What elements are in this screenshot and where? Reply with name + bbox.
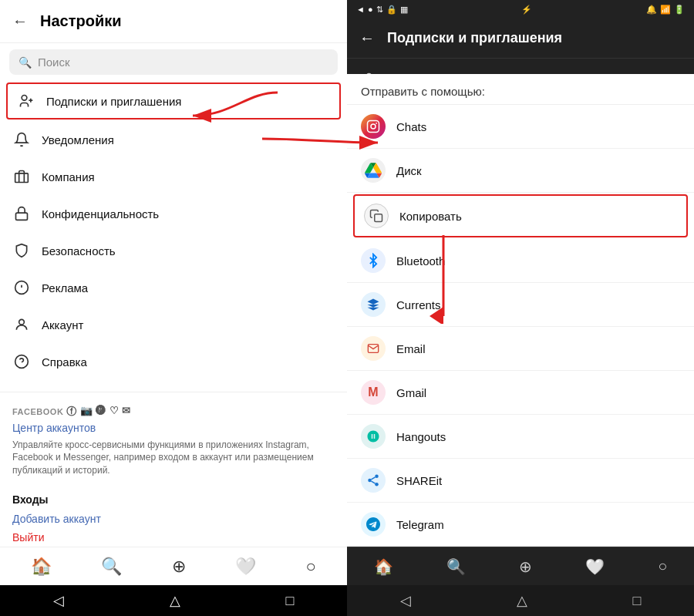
back-button[interactable]: ←	[12, 12, 28, 30]
logout-link[interactable]: Выйти	[12, 531, 335, 544]
right-nav-home[interactable]: 🏠	[374, 557, 393, 576]
drive-icon	[361, 158, 386, 183]
notifications-icon	[12, 130, 31, 149]
menu-item-info[interactable]: Информация	[0, 380, 347, 392]
right-back-button[interactable]: ←	[359, 29, 375, 47]
menu-item-company[interactable]: Компания	[0, 158, 347, 195]
right-android-recents[interactable]: □	[633, 593, 642, 609]
right-android-nav: ◁ △ □	[347, 585, 694, 616]
share-bluetooth[interactable]: Bluetooth	[347, 239, 694, 283]
chats-label: Chats	[396, 120, 426, 133]
email-icon	[361, 336, 386, 361]
account-center-link[interactable]: Центр аккаунтов	[12, 422, 335, 434]
gmail-label: Gmail	[396, 386, 426, 399]
nav-search-icon[interactable]: 🔍	[101, 557, 122, 577]
hangouts-label: Hangouts	[396, 430, 446, 443]
nav-add-icon[interactable]: ⊕	[172, 557, 186, 577]
share-email[interactable]: Email	[347, 327, 694, 371]
right-page-title: Подписки и приглашения	[387, 30, 562, 46]
android-recents[interactable]: □	[286, 593, 295, 609]
svg-point-0	[22, 96, 27, 101]
lock-icon: 🔒	[386, 5, 397, 15]
svg-rect-3	[15, 173, 29, 183]
copy-icon	[364, 204, 389, 228]
share-currents[interactable]: Currents	[347, 283, 694, 327]
svg-line-31	[371, 481, 375, 483]
share-drive[interactable]: Диск	[347, 149, 694, 193]
fb-icon-instagram: 📷	[80, 405, 93, 419]
share-sheet-header: Отправить с помощью:	[347, 74, 694, 105]
telegram-icon	[361, 512, 386, 537]
svg-rect-4	[16, 213, 28, 220]
shareit-label: SHAREit	[396, 474, 442, 487]
notifications-label: Уведомления	[42, 133, 114, 146]
svg-rect-24	[368, 121, 379, 133]
search-bar[interactable]: 🔍 Поиск	[9, 49, 338, 75]
nav-like-icon[interactable]: 🤍	[235, 557, 256, 577]
facebook-description: Управляйте кросс-сервисными функциями в …	[12, 439, 335, 477]
svg-rect-27	[375, 214, 382, 222]
menu-item-account[interactable]: Аккаунт	[0, 306, 347, 343]
menu-item-privacy[interactable]: Конфиденциальность	[0, 195, 347, 232]
company-icon	[12, 167, 31, 186]
hangouts-icon	[361, 424, 386, 449]
right-nav-add[interactable]: ⊕	[519, 557, 532, 576]
gmail-icon: M	[361, 380, 386, 405]
right-header: ← Подписки и приглашения	[347, 19, 694, 59]
subscriptions-label: Подписки и приглашения	[46, 95, 181, 108]
menu-item-subscriptions[interactable]: Подписки и приглашения	[6, 82, 341, 119]
right-android-home[interactable]: △	[517, 592, 527, 609]
email-label: Email	[396, 342, 426, 355]
grid-icon: ▦	[400, 5, 408, 15]
info-icon	[12, 389, 31, 392]
facebook-section: FACEBOOK ⓕ 📷 🅜 ♡ ✉ Центр аккаунтов Управ…	[0, 392, 347, 483]
telegram-label: Telegram	[396, 518, 444, 531]
share-hangouts[interactable]: Hangouts	[347, 415, 694, 459]
currents-label: Currents	[396, 298, 441, 311]
help-icon	[12, 352, 31, 371]
menu-item-security[interactable]: Безопасность	[0, 232, 347, 269]
right-nav-like[interactable]: 🤍	[585, 557, 605, 576]
left-bottom-nav: 🏠 🔍 ⊕ 🤍 ○	[0, 547, 347, 585]
share-shareit[interactable]: SHAREit	[347, 459, 694, 503]
share-telegram[interactable]: Telegram	[347, 503, 694, 547]
entries-section: Входы Добавить аккаунт Выйти	[0, 483, 347, 547]
search-input: Поиск	[38, 56, 70, 69]
fb-icon-heart: ♡	[109, 405, 120, 419]
data-icon: ⇅	[376, 5, 383, 15]
nav-profile-icon[interactable]: ○	[305, 557, 315, 577]
drive-label: Диск	[396, 164, 422, 177]
svg-line-32	[371, 477, 375, 480]
security-icon	[12, 241, 31, 260]
right-android-back[interactable]: ◁	[400, 592, 411, 609]
help-label: Справка	[42, 355, 87, 369]
menu-item-notifications[interactable]: Уведомления	[0, 121, 347, 158]
nav-home-icon[interactable]: 🏠	[31, 557, 52, 577]
privacy-label: Конфиденциальность	[42, 207, 159, 220]
company-label: Компания	[42, 170, 95, 183]
svg-point-30	[375, 483, 379, 486]
right-nav-profile[interactable]: ○	[658, 557, 667, 575]
android-back[interactable]: ◁	[53, 592, 64, 609]
left-page-title: Настройки	[40, 12, 122, 30]
signal-icon: ◄	[356, 5, 365, 14]
settings-menu: Подписки и приглашения Уведомления К	[0, 81, 347, 392]
svg-point-26	[376, 123, 377, 124]
share-chats[interactable]: Chats	[347, 105, 694, 149]
add-account-link[interactable]: Добавить аккаунт	[12, 513, 335, 525]
chats-icon	[361, 114, 386, 139]
share-copy[interactable]: Копировать	[353, 194, 688, 237]
menu-item-help[interactable]: Справка	[0, 343, 347, 380]
search-icon: 🔍	[19, 56, 32, 69]
android-home[interactable]: △	[170, 592, 180, 609]
right-nav-search[interactable]: 🔍	[446, 557, 466, 576]
copy-label: Копировать	[399, 210, 462, 223]
subscriptions-icon	[17, 92, 35, 110]
svg-point-29	[368, 479, 372, 483]
left-header: ← Настройки	[0, 0, 347, 43]
svg-point-8	[19, 319, 25, 325]
menu-item-ads[interactable]: Реклама	[0, 269, 347, 306]
share-gmail[interactable]: M Gmail	[347, 371, 694, 415]
share-sheet: Отправить с помощью: Chats	[347, 74, 694, 547]
svg-point-28	[375, 475, 379, 479]
